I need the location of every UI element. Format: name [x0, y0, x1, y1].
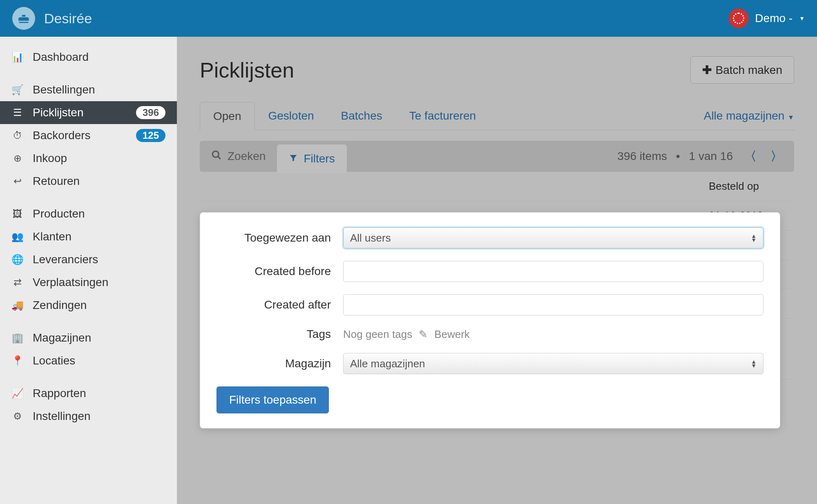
sidebar-item-rapporten[interactable]: 📈Rapporten — [0, 382, 177, 405]
nav-icon: 🖼 — [11, 208, 24, 220]
filter-magazijn-value: Alle magazijnen — [350, 357, 425, 370]
filter-tags-label: Tags — [217, 328, 331, 341]
topbar: Desirée Demo - ▼ — [0, 0, 817, 37]
apply-filters-label: Filters toepassen — [229, 393, 316, 406]
user-name: Demo - — [755, 12, 792, 25]
sidebar-item-instellingen[interactable]: ⚙Instellingen — [0, 405, 177, 428]
sidebar-item-label: Klanten — [33, 230, 71, 243]
sidebar-item-locaties[interactable]: 📍Locaties — [0, 349, 177, 372]
apply-filters-button[interactable]: Filters toepassen — [217, 386, 329, 413]
nav-icon: ⊕ — [11, 153, 24, 164]
sidebar-badge: 125 — [136, 129, 165, 142]
nav-icon: 🌐 — [11, 254, 24, 265]
nav-icon: 🛒 — [11, 84, 24, 95]
brand-name: Desirée — [44, 11, 92, 27]
sidebar-item-label: Instellingen — [33, 410, 91, 423]
sidebar-item-label: Verplaatsingen — [33, 276, 108, 289]
sidebar-item-magazijnen[interactable]: 🏢Magazijnen — [0, 326, 177, 349]
sidebar-item-inkoop[interactable]: ⊕Inkoop — [0, 147, 177, 170]
filter-assigned-label: Toegewezen aan — [217, 231, 331, 244]
select-arrows-icon: ▲▼ — [751, 360, 757, 368]
sidebar-item-label: Picklijsten — [33, 106, 83, 119]
sidebar-item-dashboard[interactable]: 📊Dashboard — [0, 46, 177, 69]
sidebar-item-label: Rapporten — [33, 387, 86, 400]
sidebar-item-label: Zendingen — [33, 299, 87, 312]
sidebar-item-label: Locaties — [33, 354, 75, 367]
filter-before-input[interactable] — [343, 261, 763, 282]
nav-icon: ⏱ — [11, 130, 24, 141]
sidebar: 📊Dashboard🛒Bestellingen☰Picklijsten396⏱B… — [0, 37, 177, 504]
filter-after-label: Created after — [217, 298, 331, 311]
sidebar-item-label: Dashboard — [33, 51, 89, 64]
main-content: Picklijsten ✚ Batch maken OpenGeslotenBa… — [177, 37, 817, 504]
sidebar-item-leveranciers[interactable]: 🌐Leveranciers — [0, 248, 177, 271]
nav-icon: 👥 — [11, 231, 24, 242]
nav-icon: ⚙ — [11, 411, 24, 422]
sidebar-item-label: Magazijnen — [33, 331, 91, 344]
nav-icon: ↩ — [11, 175, 24, 187]
sidebar-item-picklijsten[interactable]: ☰Picklijsten396 — [0, 101, 177, 124]
sidebar-badge: 396 — [136, 106, 165, 119]
avatar — [729, 9, 748, 28]
brand-logo-icon — [12, 7, 35, 30]
sidebar-item-verplaatsingen[interactable]: ⇄Verplaatsingen — [0, 271, 177, 294]
filter-magazijn-label: Magazijn — [217, 357, 331, 370]
filter-tags-empty: Nog geen tags — [343, 328, 412, 341]
sidebar-item-label: Inkoop — [33, 152, 67, 165]
nav-icon: 🏢 — [11, 332, 24, 344]
filter-assigned-select[interactable]: All users ▲▼ — [343, 227, 763, 249]
sidebar-item-retouren[interactable]: ↩Retouren — [0, 170, 177, 193]
select-arrows-icon: ▲▼ — [751, 234, 757, 242]
user-menu[interactable]: Demo - ▼ — [729, 9, 805, 28]
pencil-icon: ✎ — [419, 328, 428, 341]
sidebar-item-label: Retouren — [33, 175, 80, 188]
sidebar-item-bestellingen[interactable]: 🛒Bestellingen — [0, 78, 177, 101]
filter-assigned-value: All users — [350, 232, 391, 244]
filter-panel: Toegewezen aan All users ▲▼ Created befo… — [200, 212, 780, 429]
nav-icon: ☰ — [11, 107, 24, 118]
nav-icon: 🚚 — [11, 300, 24, 311]
nav-icon: 📈 — [11, 388, 24, 399]
sidebar-item-label: Producten — [33, 207, 85, 220]
nav-icon: 📍 — [11, 355, 24, 366]
nav-icon: ⇄ — [11, 277, 24, 288]
sidebar-item-zendingen[interactable]: 🚚Zendingen — [0, 294, 177, 317]
filter-before-label: Created before — [217, 265, 331, 278]
filter-tags-edit-link[interactable]: Bewerk — [434, 328, 470, 341]
sidebar-item-backorders[interactable]: ⏱Backorders125 — [0, 124, 177, 147]
brand: Desirée — [12, 7, 92, 30]
sidebar-item-label: Backorders — [33, 129, 91, 142]
filter-after-input[interactable] — [343, 294, 763, 315]
sidebar-item-klanten[interactable]: 👥Klanten — [0, 225, 177, 248]
sidebar-item-producten[interactable]: 🖼Producten — [0, 202, 177, 225]
sidebar-item-label: Bestellingen — [33, 83, 95, 96]
nav-icon: 📊 — [11, 51, 24, 63]
chevron-down-icon: ▼ — [799, 15, 805, 22]
filter-magazijn-select[interactable]: Alle magazijnen ▲▼ — [343, 353, 763, 374]
sidebar-item-label: Leveranciers — [33, 253, 98, 266]
